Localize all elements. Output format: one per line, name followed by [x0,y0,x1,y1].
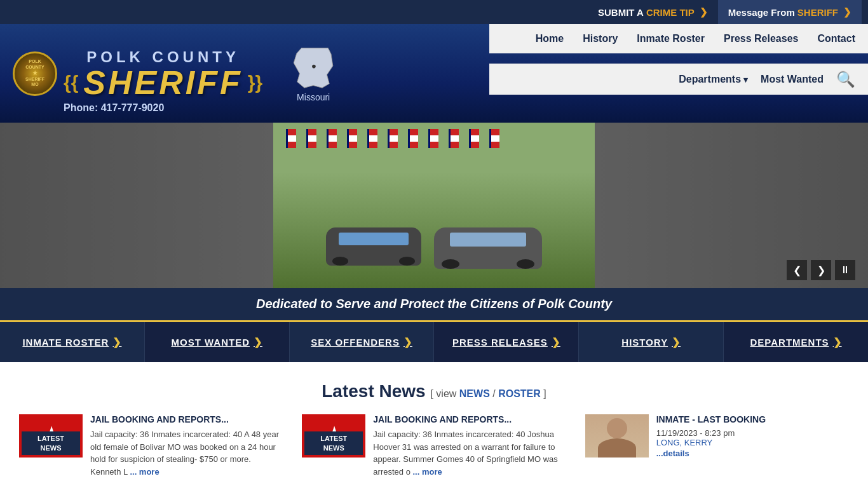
news-headline-1: JAIL BOOKING AND REPORTS... [373,414,566,424]
chevrons-left-icon: {{ [64,72,78,93]
sex-offenders-arrow: ❯ [403,336,412,348]
most-wanted-label: MOST WANTED [171,337,250,348]
chevron-down-icon: ▾ [743,75,748,85]
hero-slider: ❮ ❯ ⏸ [0,123,868,288]
news-item-1-inner: ★ LATEST NEWS JAIL BOOKING AND REPORTS..… [302,414,566,478]
departments-dropdown-button[interactable]: Departments ▾ [679,74,748,85]
inmate-details-link[interactable]: ...details [656,449,689,458]
news-body-1: Jail capacity: 36 Inmates incarcerated: … [373,428,566,478]
news-content-2: Inmate - Last Booking 11/19/2023 - 8:23 … [656,414,849,459]
history-link[interactable]: HISTORY ❯ [621,336,681,348]
news-more-link-0[interactable]: ... more [130,467,159,477]
latest-news-heading: Latest News [322,381,425,401]
roster-link[interactable]: ROSTER [498,388,541,399]
slider-prev-button[interactable]: ❮ [787,260,807,280]
search-icon: 🔍 [836,71,855,88]
news-content-0: JAIL BOOKING AND REPORTS... Jail capacit… [90,414,283,478]
quick-link-press-releases[interactable]: PRESS RELEASES ❯ [434,322,579,362]
news-text-1: Jail capacity: 36 Inmates incarcerated: … [373,430,557,477]
news-divider: / [492,388,495,399]
hero-center-panel [273,123,595,288]
latest-news-badge-1: LATEST NEWS [304,431,363,455]
tagline: Dedicated to Serve and Protect the Citiz… [0,288,868,320]
news-text-0: Jail capacity: 36 Inmates incarcerated: … [90,430,279,477]
quick-link-inmate-roster[interactable]: INMATE ROSTER ❯ [0,322,145,362]
bracket-open: [ view [430,388,456,399]
news-grid: ★ LATEST NEWS JAIL BOOKING AND REPORTS..… [19,414,849,478]
departments-ql-arrow: ❯ [833,336,842,348]
slider-pause-button[interactable]: ⏸ [835,260,855,280]
slider-next-button[interactable]: ❯ [811,260,831,280]
latest-news-section: Latest News [ view NEWS / ROSTER ] ★ LAT… [0,362,868,488]
crime-tip-highlight: CRIME TIP [646,7,695,18]
news-item-2-inner: Inmate - Last Booking 11/19/2023 - 8:23 … [585,414,849,459]
main-nav: Home History Inmate Roster Press Release… [489,24,868,53]
message-sheriff-prefix: Message From [728,7,795,18]
badge-line2-1: NEWS [308,444,359,452]
tagline-text: Dedicated to Serve and Protect the Citiz… [256,297,612,311]
state-map: Missouri [288,45,339,102]
chevrons-right-icon: }} [248,72,262,93]
departments-label: Departments [679,74,741,85]
nav-history[interactable]: History [583,33,618,44]
nav-inmate-roster[interactable]: Inmate Roster [637,33,705,44]
news-item-2: Inmate - Last Booking 11/19/2023 - 8:23 … [585,414,849,478]
press-releases-arrow: ❯ [552,336,560,348]
latest-news-title: Latest News [ view NEWS / ROSTER ] [19,381,849,402]
news-body-0: Jail capacity: 36 Inmates incarcerated: … [90,428,283,478]
badge-line2-0: NEWS [25,444,76,452]
inmate-roster-link[interactable]: INMATE ROSTER ❯ [22,336,121,348]
news-more-link-1[interactable]: ... more [413,467,442,477]
quick-link-departments[interactable]: DEPARTMENTS ❯ [724,322,868,362]
inmate-roster-arrow: ❯ [112,336,121,348]
nav-home[interactable]: Home [536,33,564,44]
news-link[interactable]: NEWS [459,388,490,399]
badge-line1-1: LATEST [308,434,359,443]
slider-controls: ❮ ❯ ⏸ [787,260,855,280]
inmate-date: 11/19/2023 - 8:23 pm [656,428,849,438]
nav-press-releases[interactable]: Press Releases [724,33,798,44]
press-releases-label: PRESS RELEASES [452,337,548,348]
message-sheriff-link[interactable]: Message From SHERIFF ❯ [718,0,862,24]
quick-link-most-wanted[interactable]: MOST WANTED ❯ [145,322,290,362]
quick-links-bar: INMATE ROSTER ❯ MOST WANTED ❯ SEX OFFEND… [0,320,868,362]
hero-image [0,123,868,288]
news-headline-0: JAIL BOOKING AND REPORTS... [90,414,283,424]
hero-left-panel [0,123,273,288]
history-arrow: ❯ [672,336,681,348]
most-wanted-link[interactable]: MOST WANTED ❯ [171,336,262,348]
sex-offenders-link[interactable]: SEX OFFENDERS ❯ [311,336,412,348]
crime-tip-link[interactable]: SUBMIT A CRIME TIP ❯ [588,1,718,23]
secondary-nav: Departments ▾ Most Wanted 🔍 [489,64,868,95]
nav-contact[interactable]: Contact [817,33,855,44]
phone-label: Phone: [64,102,98,113]
news-item-1: ★ LATEST NEWS JAIL BOOKING AND REPORTS..… [302,414,566,478]
message-sheriff-arrow: ❯ [843,6,851,18]
press-releases-link[interactable]: PRESS RELEASES ❯ [452,336,560,348]
polk-county-text: POLK COUNTY [86,48,240,66]
inmate-name: LONG, KERRY [656,438,849,447]
most-wanted-button[interactable]: Most Wanted [761,74,824,85]
logo-area: POLK COUNTY ★ SHERIFF MO POLK COUNTY {{ … [13,45,339,102]
quick-link-history[interactable]: HISTORY ❯ [579,322,724,362]
news-item-0: ★ LATEST NEWS JAIL BOOKING AND REPORTS..… [19,414,283,478]
news-thumb-2 [585,414,649,458]
crime-tip-arrow: ❯ [700,6,708,18]
sheriff-text: SHERIFF [83,66,242,99]
crime-tip-prefix: SUBMIT A [598,7,644,18]
bracket-close: ] [543,388,546,399]
svg-point-1 [312,64,316,68]
departments-ql-label: DEPARTMENTS [750,337,829,348]
most-wanted-arrow: ❯ [254,336,262,348]
departments-link[interactable]: DEPARTMENTS ❯ [750,336,842,348]
state-label: Missouri [297,92,330,102]
phone-info: Phone: 417-777-9020 [64,102,164,114]
news-thumb-1: ★ LATEST NEWS [302,414,365,458]
sheriff-badge: POLK COUNTY ★ SHERIFF MO [13,51,57,96]
news-thumb-0: ★ LATEST NEWS [19,414,83,458]
search-button[interactable]: 🔍 [836,71,855,88]
news-item-0-inner: ★ LATEST NEWS JAIL BOOKING AND REPORTS..… [19,414,283,478]
missouri-map-svg [291,45,336,90]
quick-link-sex-offenders[interactable]: SEX OFFENDERS ❯ [290,322,435,362]
phone-number: 417-777-9020 [101,102,165,113]
